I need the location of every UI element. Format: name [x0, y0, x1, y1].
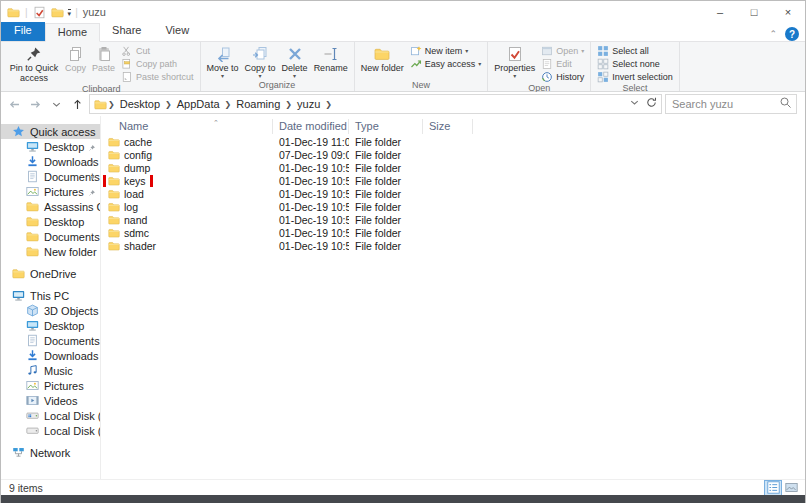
- up-icon[interactable]: [68, 95, 86, 113]
- sidebar-item-this-pc[interactable]: This PC: [1, 288, 100, 303]
- column-header-date-modified[interactable]: Date modified: [273, 119, 349, 134]
- column-header-size[interactable]: Size: [423, 119, 473, 134]
- button-label: Select none: [612, 59, 660, 69]
- open-button[interactable]: Open▾: [538, 44, 587, 57]
- sidebar-item-label: Quick access: [30, 126, 95, 138]
- recent-locations-chevron-icon[interactable]: [47, 95, 65, 113]
- invert-selection-button[interactable]: Invert selection: [594, 70, 676, 83]
- sidebar-item-onedrive[interactable]: OneDrive: [1, 266, 100, 281]
- file-row-shader[interactable]: shader01-Dec-19 10:59 PMFile folder: [101, 239, 805, 252]
- file-name: config: [124, 149, 152, 161]
- move-to-button[interactable]: Move to▾: [204, 42, 242, 80]
- column-header-name[interactable]: ⌃ Name: [101, 119, 273, 134]
- address-dropdown-chevron-icon[interactable]: [628, 95, 641, 113]
- new-folder-button[interactable]: New folder: [358, 42, 407, 73]
- file-date-modified: 01-Dec-19 10:59 PM: [273, 188, 349, 200]
- file-row-load[interactable]: load01-Dec-19 10:59 PMFile folder: [101, 187, 805, 200]
- onedrive-icon: [11, 267, 25, 281]
- button-label: Edit: [556, 59, 572, 69]
- sidebar-item-quick-access[interactable]: Quick access: [1, 124, 100, 139]
- file-row-log[interactable]: log01-Dec-19 10:50 PMFile folder: [101, 200, 805, 213]
- paste-shortcut-button[interactable]: Paste shortcut: [118, 70, 197, 83]
- sidebar-item-pictures[interactable]: Pictures: [1, 184, 100, 199]
- file-row-config[interactable]: config07-Dec-19 09:00 AMFile folder: [101, 148, 805, 161]
- paste-button[interactable]: Paste: [89, 42, 118, 73]
- close-button[interactable]: ×: [771, 1, 805, 23]
- file-row-sdmc[interactable]: sdmc01-Dec-19 10:50 PMFile folder: [101, 226, 805, 239]
- pin-to-quick-access-button[interactable]: Pin to Quick access: [6, 42, 62, 84]
- copy-to-button[interactable]: Copy to▾: [242, 42, 279, 80]
- thumbnails-view-button[interactable]: [783, 481, 799, 495]
- dropdown-arrow-icon: ▾: [513, 73, 516, 80]
- forward-icon[interactable]: [26, 95, 44, 113]
- properties-button[interactable]: Properties▾: [491, 42, 538, 80]
- search-input[interactable]: [672, 98, 779, 110]
- tab-view[interactable]: View: [153, 22, 201, 41]
- cut-icon: [121, 45, 133, 57]
- easy-access-button[interactable]: Easy access▾: [407, 57, 485, 70]
- sidebar-item-network[interactable]: Network: [1, 445, 100, 460]
- sidebar-item-assassins-creed-the[interactable]: Assassins Creed The: [1, 199, 100, 214]
- delete-button[interactable]: Delete▾: [279, 42, 311, 80]
- tab-file[interactable]: File: [1, 22, 45, 41]
- breadcrumb-roaming[interactable]: Roaming: [232, 98, 284, 110]
- file-date-modified: 07-Dec-19 09:00 AM: [273, 149, 349, 161]
- copy-button[interactable]: Copy: [62, 42, 89, 73]
- minimize-button[interactable]: –: [703, 1, 737, 23]
- ribbon-group-new: New folderNew item▾Easy access▾New: [355, 42, 489, 91]
- copy-path-button[interactable]: Copy path: [118, 57, 197, 70]
- easy-access-icon: [410, 58, 422, 70]
- sidebar-item-documents[interactable]: Documents: [1, 169, 100, 184]
- button-label: Easy access: [425, 59, 476, 69]
- sidebar-item-downloads[interactable]: Downloads: [1, 154, 100, 169]
- back-icon[interactable]: [5, 95, 23, 113]
- help-icon[interactable]: ?: [785, 27, 799, 41]
- sidebar-item-videos[interactable]: Videos: [1, 393, 100, 408]
- sidebar-item-pictures[interactable]: Pictures: [1, 378, 100, 393]
- sidebar-item-3d-objects[interactable]: 3D Objects: [1, 303, 100, 318]
- file-row-cache[interactable]: cache01-Dec-19 11:06 PMFile folder: [101, 135, 805, 148]
- customize-toolbar-arrow-icon[interactable]: ▾: [68, 9, 72, 16]
- cut-button[interactable]: Cut: [118, 44, 197, 57]
- sidebar-item-music[interactable]: Music: [1, 363, 100, 378]
- sidebar-item-new-folder[interactable]: New folder: [1, 244, 100, 259]
- maximize-button[interactable]: □: [737, 1, 771, 23]
- sidebar-item-local-disk-e[interactable]: Local Disk (E:): [1, 423, 100, 438]
- properties-quick-icon[interactable]: [32, 5, 47, 20]
- address-bar[interactable]: ❯ Desktop ❯ AppData ❯ Roaming ❯ yuzu ❯: [89, 94, 662, 114]
- column-header-type[interactable]: Type: [349, 119, 423, 134]
- breadcrumb-desktop[interactable]: Desktop: [116, 98, 164, 110]
- file-row-keys[interactable]: keys01-Dec-19 10:58 PMFile folder: [101, 174, 805, 187]
- select-all-button[interactable]: Select all: [594, 44, 676, 57]
- new-folder-quick-icon[interactable]: [50, 5, 65, 20]
- rename-button[interactable]: Rename: [311, 42, 351, 73]
- sidebar-item-desktop[interactable]: Desktop: [1, 214, 100, 229]
- sidebar-item-downloads[interactable]: Downloads: [1, 348, 100, 363]
- history-button[interactable]: History: [538, 70, 587, 83]
- sidebar-item-local-disk-c[interactable]: Local Disk (C:): [1, 408, 100, 423]
- button-label: Open: [556, 46, 578, 56]
- new-item-button[interactable]: New item▾: [407, 44, 485, 57]
- invert-selection-icon: [597, 71, 609, 83]
- file-row-dump[interactable]: dump01-Dec-19 10:50 PMFile folder: [101, 161, 805, 174]
- sidebar-item-documents[interactable]: Documents: [1, 333, 100, 348]
- sidebar-item-desktop[interactable]: Desktop: [1, 139, 100, 154]
- history-icon: [541, 71, 553, 83]
- collapse-ribbon-icon[interactable]: ⌃: [769, 29, 777, 39]
- select-none-button[interactable]: Select none: [594, 57, 676, 70]
- sidebar-item-documents[interactable]: Documents: [1, 229, 100, 244]
- file-name-cell: nand: [101, 214, 273, 226]
- file-row-nand[interactable]: nand01-Dec-19 10:50 PMFile folder: [101, 213, 805, 226]
- details-view-button[interactable]: [765, 481, 781, 495]
- tab-home[interactable]: Home: [45, 23, 100, 42]
- sidebar-item-desktop[interactable]: Desktop: [1, 318, 100, 333]
- edit-button[interactable]: Edit: [538, 57, 587, 70]
- ribbon-group-clipboard: Pin to Quick accessCopyPasteCutCopy path…: [3, 42, 201, 91]
- refresh-icon[interactable]: [645, 95, 658, 113]
- breadcrumb-appdata[interactable]: AppData: [173, 98, 224, 110]
- explorer-window: | ▾ | yuzu – □ × File Home Share View ⌃ …: [0, 0, 806, 503]
- breadcrumb-yuzu[interactable]: yuzu: [293, 98, 324, 110]
- tab-share[interactable]: Share: [100, 22, 153, 41]
- search-icon[interactable]: [779, 95, 792, 113]
- folder-icon: [108, 240, 120, 251]
